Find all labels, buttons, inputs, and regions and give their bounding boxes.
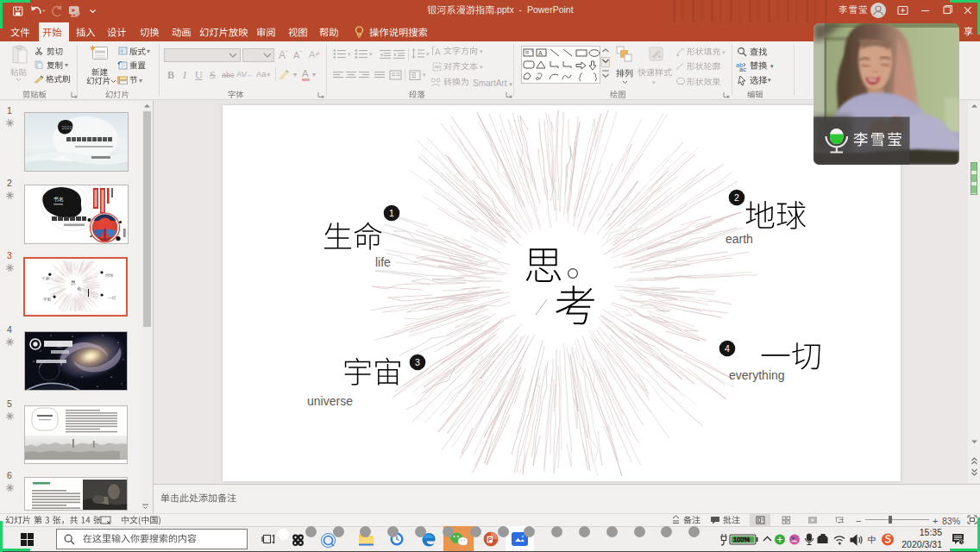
- svg-text:ac: ac: [739, 66, 746, 72]
- svg-text:P: P: [488, 536, 493, 543]
- svg-text:100%: 100%: [733, 536, 751, 543]
- svg-text:3: 3: [415, 356, 420, 367]
- svg-text:A: A: [435, 47, 441, 57]
- svg-text:中: 中: [868, 535, 876, 544]
- svg-text:A: A: [538, 50, 543, 56]
- svg-text:2: 2: [734, 192, 739, 203]
- svg-text:4: 4: [725, 342, 730, 353]
- svg-text:A: A: [309, 49, 316, 60]
- svg-text:2020: 2020: [61, 125, 72, 130]
- svg-text:书名: 书名: [53, 195, 64, 202]
- svg-text:1: 1: [389, 207, 394, 217]
